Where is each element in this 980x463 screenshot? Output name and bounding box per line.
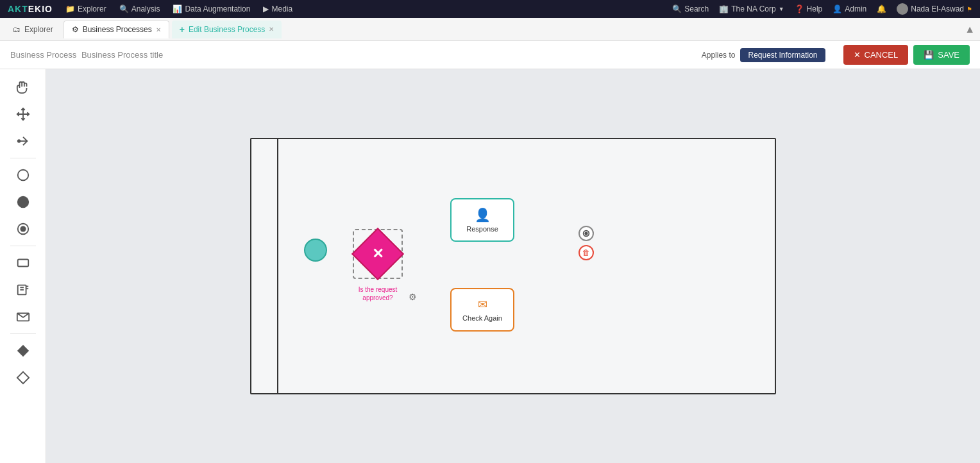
- separator-3: [10, 333, 36, 334]
- tab-bp-close[interactable]: ✕: [156, 26, 161, 33]
- response-task-icon: 👤: [475, 207, 491, 223]
- response-task-node[interactable]: 👤 Response: [450, 198, 514, 242]
- corp-icon: 🏢: [719, 4, 729, 13]
- tab-bp-icon: ⚙: [72, 25, 79, 34]
- tab-explorer-icon: 🗂: [13, 25, 21, 34]
- tab-edit-bp[interactable]: + Edit Business Process ✕: [172, 21, 282, 38]
- cancel-x-icon: ✕: [854, 50, 861, 60]
- start-event-node[interactable]: [304, 239, 327, 262]
- toolbar-actions: ✕ CANCEL 💾 SAVE: [843, 45, 970, 65]
- response-task-box: 👤 Response: [450, 198, 514, 242]
- save-icon: 💾: [924, 50, 934, 60]
- end-event-tool[interactable]: [8, 216, 38, 242]
- top-nav: AKTEKIO 📁 Explorer 🔍 Analysis 📊 Data Aug…: [0, 0, 980, 18]
- decision-node-selected[interactable]: ✕: [353, 229, 403, 279]
- tab-explorer[interactable]: 🗂 Explorer: [5, 21, 61, 38]
- nav-notifications[interactable]: 🔔: [877, 4, 886, 13]
- nav-media[interactable]: ▶ Media: [263, 4, 292, 13]
- swimlane-divider: [277, 139, 278, 393]
- gateway-tool[interactable]: [8, 338, 38, 364]
- nav-corp[interactable]: 🏢 The NA Corp ▼: [719, 4, 784, 13]
- decision-x-icon: ✕: [372, 247, 384, 261]
- response-task-label: Response: [466, 225, 498, 233]
- check-again-task-icon: ✉: [478, 298, 487, 312]
- svg-point-1: [17, 140, 20, 142]
- start-event-tool[interactable]: [8, 162, 38, 188]
- save-button[interactable]: 💾 SAVE: [913, 45, 970, 65]
- tab-edit-close[interactable]: ✕: [269, 26, 274, 33]
- nav-help-label: Help: [807, 4, 823, 13]
- connect-button[interactable]: [579, 226, 594, 241]
- analysis-icon: 🔍: [119, 4, 129, 13]
- decision-label: Is the request approved?: [342, 285, 413, 302]
- media-icon: ▶: [263, 4, 269, 13]
- move-tool-button[interactable]: [8, 101, 38, 127]
- nav-search[interactable]: 🔍 Search: [672, 4, 709, 13]
- separator-1: [10, 158, 36, 158]
- applies-to-label: Applies to: [702, 51, 736, 60]
- sub-process-tool[interactable]: [8, 277, 38, 303]
- svg-point-16: [585, 232, 587, 235]
- logo: AKTEKIO: [8, 4, 53, 14]
- nav-admin-label: Admin: [845, 4, 866, 13]
- canvas-inner: ✕ Is the request approved? 🗑: [250, 138, 776, 394]
- svg-point-2: [17, 170, 28, 181]
- svg-marker-14: [17, 372, 28, 383]
- tab-business-processes[interactable]: ⚙ Business Processes ✕: [63, 21, 169, 38]
- tabs-bar: 🗂 Explorer ⚙ Business Processes ✕ + Edit…: [0, 18, 980, 41]
- user-avatar-icon: [897, 3, 908, 15]
- check-again-task-node[interactable]: ✉ Check Again: [450, 288, 514, 332]
- nav-corp-label: The NA Corp: [731, 4, 775, 13]
- tab-bp-label: Business Processes: [83, 25, 152, 34]
- applies-to-badge[interactable]: Request Information: [740, 48, 825, 62]
- user-status-icon: ⚑: [967, 6, 972, 13]
- help-icon: ❓: [795, 4, 804, 13]
- decision-settings-button[interactable]: ⚙: [409, 292, 417, 302]
- nav-right: 🔍 Search 🏢 The NA Corp ▼ ❓ Help 👤 Admin …: [672, 3, 972, 15]
- nav-media-label: Media: [271, 4, 292, 13]
- separator-2: [10, 246, 36, 246]
- applies-to: Applies to Request Information: [702, 48, 825, 62]
- chevron-down-icon: ▼: [779, 6, 784, 12]
- nav-data-aug-label: Data Augmentation: [185, 4, 250, 13]
- nav-explorer[interactable]: 📁 Explorer: [65, 4, 106, 13]
- delete-button[interactable]: 🗑: [579, 245, 594, 260]
- explorer-icon: 📁: [65, 4, 75, 13]
- nav-explorer-label: Explorer: [78, 4, 106, 13]
- tabs-collapse-button[interactable]: ▲: [965, 24, 975, 35]
- tab-explorer-label: Explorer: [24, 25, 53, 34]
- complex-gateway-tool[interactable]: [8, 365, 38, 391]
- check-again-task-label: Check Again: [462, 314, 502, 322]
- tab-edit-icon: +: [180, 24, 185, 35]
- bell-icon: 🔔: [877, 4, 886, 13]
- nav-analysis-label: Analysis: [131, 4, 160, 13]
- nav-search-label: Search: [684, 4, 709, 13]
- task-tool[interactable]: [8, 250, 38, 276]
- svg-marker-13: [17, 345, 28, 357]
- hand-tool-button[interactable]: [8, 74, 38, 100]
- bp-title: Business Process Business Process title: [10, 50, 163, 60]
- nav-help[interactable]: ❓ Help: [795, 4, 823, 13]
- svg-point-3: [17, 197, 28, 208]
- canvas-background: ✕ Is the request approved? 🗑: [250, 138, 776, 394]
- draw-tool-button[interactable]: [8, 128, 38, 154]
- nav-user[interactable]: Nada El-Aswad ⚑: [897, 3, 972, 15]
- nav-data-aug[interactable]: 📊 Data Augmentation: [173, 4, 250, 13]
- nav-analysis[interactable]: 🔍 Analysis: [119, 4, 160, 13]
- context-toolbar: 🗑: [579, 226, 594, 260]
- canvas-area[interactable]: ✕ Is the request approved? 🗑: [46, 69, 980, 463]
- start-circle-shape: [304, 239, 327, 262]
- left-tools: [0, 69, 46, 463]
- svg-rect-6: [17, 260, 28, 267]
- data-aug-icon: 📊: [173, 4, 182, 13]
- check-again-task-box: ✉ Check Again: [450, 288, 514, 332]
- main-area: ✕ Is the request approved? 🗑: [0, 69, 980, 463]
- message-task-tool[interactable]: [8, 304, 38, 330]
- search-icon: 🔍: [672, 4, 682, 13]
- svg-point-5: [20, 226, 26, 232]
- intermediate-event-tool[interactable]: [8, 189, 38, 215]
- cancel-button[interactable]: ✕ CANCEL: [843, 45, 909, 65]
- nav-user-label: Nada El-Aswad: [911, 4, 964, 13]
- decision-diamond-shape: ✕: [351, 228, 404, 280]
- nav-admin[interactable]: 👤 Admin: [832, 4, 866, 13]
